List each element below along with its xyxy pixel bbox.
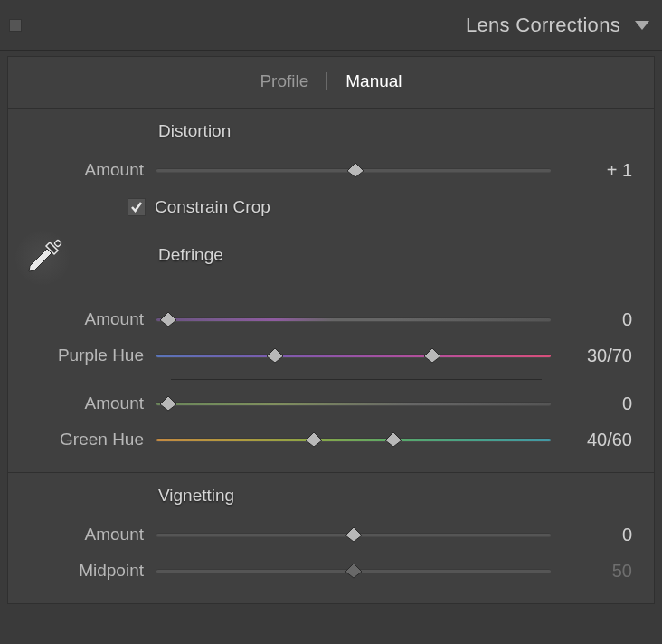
green-hue-row: Green Hue 40/60	[30, 421, 632, 458]
distortion-amount-row: Amount + 1	[30, 152, 632, 188]
disclosure-triangle-icon[interactable]	[635, 21, 649, 30]
distortion-title: Distortion	[158, 121, 632, 141]
defringe-amount1-value[interactable]: 0	[551, 309, 632, 330]
green-hue-slider[interactable]	[156, 431, 551, 449]
tabs: Profile Manual	[8, 57, 654, 109]
green-hue-label: Green Hue	[30, 430, 156, 450]
constrain-crop-label: Constrain Crop	[155, 197, 270, 217]
defringe-title: Defringe	[158, 245, 632, 265]
distortion-amount-slider[interactable]	[156, 161, 551, 179]
purple-hue-row: Purple Hue 30/70	[30, 337, 632, 374]
purple-hue-value[interactable]: 30/70	[551, 346, 632, 366]
defringe-amount1-label: Amount	[30, 309, 156, 329]
vignetting-midpoint-row: Midpoint 50	[30, 553, 632, 589]
green-hue-value[interactable]: 40/60	[551, 430, 632, 450]
vignetting-section: Vignetting Amount 0 Midpoint 50	[8, 473, 654, 603]
slider-thumb-low[interactable]	[265, 347, 285, 364]
constrain-crop-checkbox[interactable]	[128, 198, 146, 216]
distortion-amount-value[interactable]: + 1	[551, 160, 632, 181]
vignetting-amount-row: Amount 0	[30, 516, 632, 553]
panel-header: Lens Corrections	[0, 0, 662, 51]
defringe-section: Defringe Amount 0 Purple Hue	[8, 232, 654, 473]
vignetting-amount-value[interactable]: 0	[551, 525, 632, 545]
slider-thumb[interactable]	[344, 563, 364, 579]
distortion-amount-label: Amount	[30, 160, 156, 180]
defringe-amount1-row: Amount 0	[30, 301, 632, 337]
slider-thumb-low[interactable]	[304, 431, 324, 448]
vignetting-midpoint-value[interactable]: 50	[551, 561, 632, 582]
vignetting-amount-slider[interactable]	[156, 526, 551, 544]
slider-thumb[interactable]	[344, 526, 364, 543]
vignetting-midpoint-slider[interactable]	[156, 562, 551, 580]
defringe-amount2-slider[interactable]	[156, 394, 551, 412]
tab-profile[interactable]: Profile	[241, 71, 326, 91]
panel-body: Profile Manual Distortion Amount + 1 Con…	[7, 56, 655, 604]
slider-thumb[interactable]	[158, 395, 178, 412]
defringe-amount1-slider[interactable]	[156, 310, 551, 328]
divider	[171, 379, 542, 380]
panel-toggle-icon[interactable]	[9, 19, 22, 32]
slider-thumb-high[interactable]	[422, 347, 442, 364]
defringe-amount2-label: Amount	[30, 393, 156, 413]
purple-hue-slider[interactable]	[156, 346, 551, 365]
slider-thumb[interactable]	[345, 162, 365, 178]
distortion-section: Distortion Amount + 1 Constrain Crop	[8, 109, 654, 232]
purple-hue-label: Purple Hue	[30, 346, 156, 365]
eyedropper-button[interactable]	[15, 231, 70, 285]
svg-rect-0	[54, 240, 61, 247]
eyedropper-icon	[22, 237, 63, 279]
panel-title: Lens Corrections	[22, 14, 635, 37]
vignetting-amount-label: Amount	[30, 525, 156, 545]
defringe-amount2-value[interactable]: 0	[551, 393, 632, 414]
slider-thumb-high[interactable]	[383, 431, 403, 448]
defringe-amount2-row: Amount 0	[30, 385, 632, 421]
tab-manual[interactable]: Manual	[327, 71, 420, 91]
vignetting-title: Vignetting	[158, 486, 632, 506]
slider-thumb[interactable]	[158, 311, 178, 327]
constrain-crop-row: Constrain Crop	[128, 197, 632, 217]
vignetting-midpoint-label: Midpoint	[30, 561, 156, 581]
